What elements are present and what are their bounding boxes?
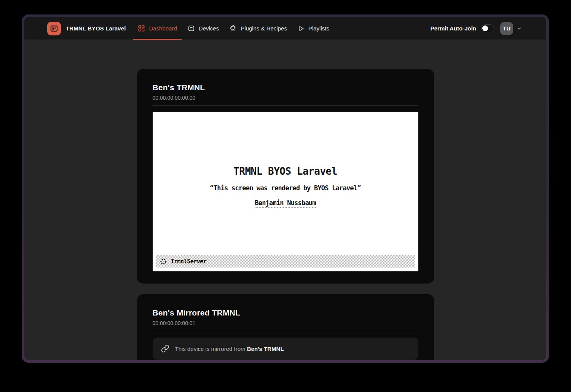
screen-status-bar: TrmnlServer	[156, 255, 415, 268]
screen-status-label: TrmnlServer	[171, 258, 207, 265]
card-divider	[153, 331, 418, 331]
chevron-down-icon[interactable]	[517, 26, 522, 31]
mirror-notice-prefix: This device is mirrored from	[175, 346, 247, 352]
mirror-notice: This device is mirrored from Ben's TRMNL	[153, 338, 418, 360]
nav-item-label: Playlists	[308, 25, 329, 32]
nav-item-label: Dashboard	[149, 25, 177, 32]
puzzle-icon	[230, 25, 237, 32]
card-divider	[153, 105, 418, 106]
main-content: Ben's TRMNL 00:00:00:00:00:00 TRMNL BYOS…	[24, 40, 546, 360]
nav-item-plugins[interactable]: Plugins & Recipes	[225, 17, 292, 40]
nav-item-devices[interactable]: Devices	[183, 17, 223, 40]
permit-auto-join-label: Permit Auto-Join	[431, 25, 476, 32]
device-card-bens-mirrored-trmnl: Ben's Mirrored TRMNL 00:00:00:00:00:01 T…	[137, 294, 434, 360]
device-card-bens-trmnl: Ben's TRMNL 00:00:00:00:00:00 TRMNL BYOS…	[137, 69, 434, 284]
nav-item-label: Devices	[199, 25, 219, 32]
user-avatar[interactable]: TU	[500, 22, 513, 35]
spinner-icon	[160, 258, 167, 265]
navbar-right: Permit Auto-Join TU	[431, 17, 522, 40]
mirror-notice-text: This device is mirrored from Ben's TRMNL	[175, 346, 284, 352]
nav-item-playlists[interactable]: Playlists	[293, 17, 334, 40]
screen-title: TRMNL BYOS Laravel	[153, 166, 418, 177]
app-title: TRMNL BYOS Laravel	[66, 25, 126, 32]
top-navbar: TRMNL BYOS Laravel Dashboard	[24, 17, 546, 40]
device-mac-address: 00:00:00:00:00:01	[153, 320, 418, 326]
permit-auto-join-toggle[interactable]	[481, 24, 494, 32]
main-nav: Dashboard Devices	[133, 17, 335, 40]
nav-item-label: Plugins & Recipes	[241, 25, 287, 32]
app-window-frame: TRMNL BYOS Laravel Dashboard	[22, 14, 549, 363]
link-icon	[161, 344, 169, 353]
device-name: Ben's Mirrored TRMNL	[153, 308, 418, 317]
device-name: Ben's TRMNL	[153, 83, 418, 92]
device-screen-preview: TRMNL BYOS Laravel “This screen was rend…	[153, 112, 418, 271]
toggle-knob	[482, 25, 488, 31]
device-mac-address: 00:00:00:00:00:00	[153, 95, 418, 101]
grid-icon	[138, 25, 145, 32]
brand: TRMNL BYOS Laravel	[47, 17, 126, 40]
screen-quote: “This screen was rendered by BYOS Larave…	[153, 184, 418, 192]
play-icon	[298, 25, 305, 32]
screen-author: Benjamin Nussbaum	[255, 199, 316, 208]
trmnl-logo-icon	[47, 22, 61, 35]
mirror-source-device: Ben's TRMNL	[247, 346, 284, 352]
screen-content: TRMNL BYOS Laravel “This screen was rend…	[153, 112, 418, 208]
nav-item-dashboard[interactable]: Dashboard	[133, 17, 181, 40]
app-window: TRMNL BYOS Laravel Dashboard	[24, 17, 546, 360]
device-list-icon	[188, 25, 195, 32]
